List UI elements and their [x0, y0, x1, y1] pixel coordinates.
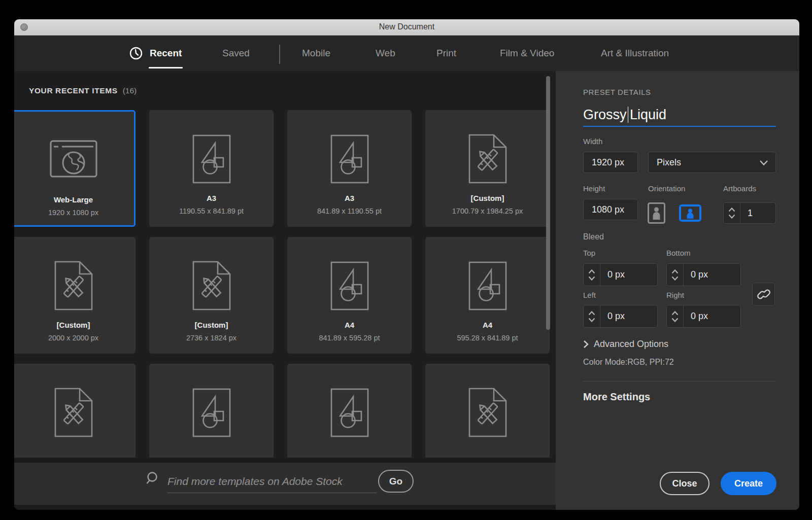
tab-web[interactable]: Web	[376, 36, 395, 71]
orientation-label: Orientation	[648, 184, 685, 193]
vertical-scrollbar[interactable]	[546, 76, 550, 452]
chevron-right-icon	[583, 340, 589, 349]
artboard-shapes-icon	[468, 261, 507, 310]
clock-icon	[129, 47, 143, 60]
tab-art-illustration[interactable]: Art & Illustration	[601, 36, 669, 71]
recent-item-card[interactable]: [Custom] 2000 x 2000 px	[14, 237, 136, 354]
chevron-down-icon	[671, 276, 679, 281]
scrollbar-thumb[interactable]	[546, 76, 550, 330]
artboards-label: Artboards	[723, 184, 756, 193]
preset-name: A4	[287, 321, 412, 329]
chevron-down-icon	[588, 318, 595, 322]
preset-name: [Custom]	[149, 321, 274, 329]
chevron-down-icon	[588, 276, 595, 281]
create-button[interactable]: Create	[721, 472, 776, 495]
new-document-dialog: New Document Recent Saved Mobile Web Pri…	[14, 19, 799, 510]
preset-name: A3	[287, 194, 412, 202]
tab-film-video[interactable]: Film & Video	[500, 36, 554, 71]
width-label: Width	[583, 137, 602, 146]
recent-item-card[interactable]: [Custom] 2736 x 1824 px	[149, 237, 274, 354]
artboard-shapes-icon	[192, 388, 231, 437]
tab-print[interactable]: Print	[436, 36, 456, 71]
artboard-shapes-icon	[330, 261, 369, 310]
chevron-down-icon	[759, 160, 768, 166]
artboard-shapes-icon	[192, 134, 231, 184]
bleed-right-stepper[interactable]: 0 px	[666, 305, 741, 328]
panel-divider	[583, 381, 776, 382]
width-input[interactable]: 1920 px	[583, 152, 638, 173]
bleed-top-value: 0 px	[600, 264, 657, 286]
orientation-portrait-button[interactable]	[648, 202, 665, 224]
preset-dimensions: 841.89 x 595.28 pt	[287, 334, 412, 342]
chevron-up-icon	[728, 207, 735, 212]
recent-items-count: (16)	[123, 86, 137, 95]
recent-items-heading: YOUR RECENT ITEMS(16)	[29, 86, 137, 95]
tab-recent[interactable]: Recent	[129, 36, 182, 71]
titlebar[interactable]: New Document	[14, 19, 799, 36]
tab-separator	[279, 45, 280, 64]
preset-details-panel: PRESET DETAILS Grossy Liquid Width 1920 …	[556, 71, 799, 510]
bleed-left-label: Left	[583, 291, 596, 299]
preset-name: [Custom]	[14, 321, 136, 329]
search-icon	[145, 471, 160, 486]
more-settings-link[interactable]: More Settings	[583, 391, 650, 403]
height-input[interactable]: 1080 px	[583, 199, 638, 220]
preset-dimensions: 841.89 x 1190.55 pt	[287, 207, 412, 215]
color-mode-summary: Color Mode:RGB, PPI:72	[583, 358, 674, 367]
recent-item-card[interactable]: A3 841.89 x 1190.55 pt	[287, 110, 412, 227]
artboards-stepper[interactable]: 1	[723, 202, 776, 224]
category-tabbar: Recent Saved Mobile Web Print Film & Vid…	[14, 36, 799, 71]
preset-dimensions: 2736 x 1824 px	[149, 334, 274, 342]
bleed-label: Bleed	[583, 232, 604, 241]
recent-item-card[interactable]: A4 595.28 x 841.89 pt	[425, 237, 550, 354]
bleed-link-button[interactable]	[752, 283, 775, 306]
stock-search-placeholder: Find more templates on Adobe Stock	[167, 475, 343, 488]
bleed-bottom-stepper[interactable]: 0 px	[666, 263, 741, 286]
document-ruler-pencil-icon	[468, 387, 507, 438]
orientation-landscape-button[interactable]	[679, 204, 701, 222]
recent-item-card[interactable]: A4 841.89 x 595.28 pt	[287, 237, 412, 354]
artboards-value: 1	[740, 203, 775, 223]
preset-dimensions: 1920 x 1080 px	[14, 209, 134, 217]
preset-name: [Custom]	[425, 194, 550, 202]
close-button[interactable]: Close	[660, 472, 709, 495]
bleed-left-value: 0 px	[600, 305, 657, 327]
document-name-input[interactable]: Grossy Liquid	[583, 103, 776, 127]
recent-item-card[interactable]: A3 1190.55 x 841.89 pt	[149, 110, 274, 227]
chevron-up-icon	[588, 311, 595, 316]
landscape-orientation-icon	[679, 204, 701, 222]
preset-name: A3	[149, 194, 274, 202]
artboards-stepper-arrows[interactable]	[724, 203, 740, 223]
advanced-options-toggle[interactable]: Advanced Options	[583, 339, 668, 350]
document-name-after-cursor: Liquid	[630, 107, 666, 123]
portrait-orientation-icon	[648, 202, 665, 224]
web-browser-globe-icon	[50, 140, 97, 178]
text-cursor	[628, 107, 629, 123]
chevron-down-icon	[671, 318, 679, 322]
document-ruler-pencil-icon	[54, 387, 93, 438]
artboard-shapes-icon	[330, 388, 369, 437]
bleed-top-stepper[interactable]: 0 px	[583, 263, 658, 286]
go-button[interactable]: Go	[378, 470, 414, 493]
chevron-up-icon	[588, 269, 595, 274]
chevron-up-icon	[671, 269, 679, 274]
bleed-right-label: Right	[666, 291, 684, 299]
document-name-before-cursor: Grossy	[583, 107, 627, 123]
document-ruler-pencil-icon	[192, 260, 231, 311]
bleed-top-label: Top	[583, 249, 595, 257]
preset-name: A4	[425, 321, 550, 329]
recent-item-card[interactable]: Web-Large 1920 x 1080 px	[14, 110, 136, 227]
bleed-right-value: 0 px	[684, 305, 740, 327]
bleed-left-stepper[interactable]: 0 px	[583, 305, 658, 328]
recent-items-area: YOUR RECENT ITEMS(16)	[14, 71, 556, 510]
stock-footer: Find more templates on Adobe Stock Go	[14, 458, 556, 510]
preset-dimensions: 1700.79 x 1984.25 px	[425, 207, 550, 215]
units-select[interactable]: Pixels	[648, 152, 776, 173]
stock-search-input[interactable]: Find more templates on Adobe Stock	[167, 470, 377, 493]
tab-saved[interactable]: Saved	[222, 36, 250, 71]
tab-mobile[interactable]: Mobile	[302, 36, 330, 71]
link-chain-icon	[757, 288, 770, 301]
preset-dimensions: 595.28 x 841.89 pt	[425, 334, 550, 342]
recent-item-card[interactable]: [Custom] 1700.79 x 1984.25 px	[425, 110, 550, 227]
preset-dimensions: 1190.55 x 841.89 pt	[149, 207, 274, 215]
